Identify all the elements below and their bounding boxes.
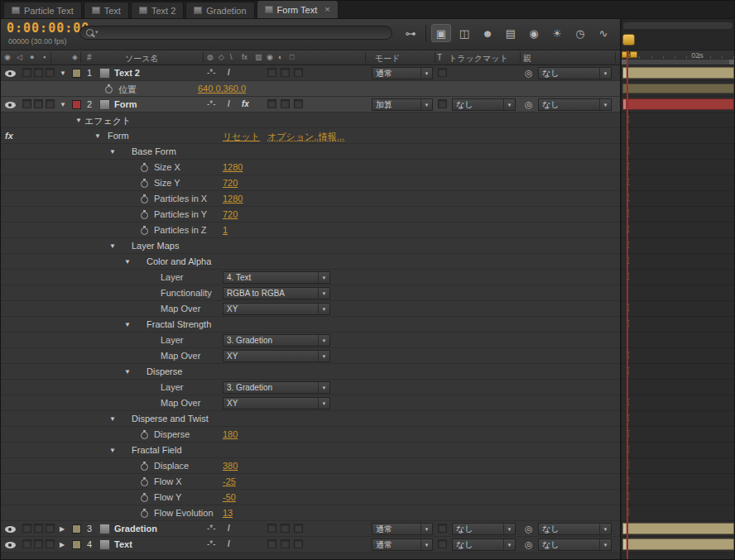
threed-box[interactable] xyxy=(294,539,303,548)
effect-row[interactable]: fx▼Formリセットオプション...情報... xyxy=(1,128,620,144)
audio-toggle-box[interactable] xyxy=(22,99,31,108)
reset-link[interactable]: リセット xyxy=(223,131,260,143)
collapse-switch[interactable]: -*- xyxy=(207,524,216,533)
timeline-row[interactable]: I xyxy=(622,191,734,207)
parent-dropdown[interactable]: なし▼ xyxy=(538,538,612,551)
dropdown-row[interactable]: Layer4. Text▼ xyxy=(1,270,620,285)
timeline-row[interactable]: I xyxy=(622,427,734,443)
layer-duration-bar[interactable] xyxy=(622,523,734,534)
stopwatch-icon[interactable] xyxy=(141,180,148,188)
track-matte-dropdown[interactable]: なし▼ xyxy=(452,523,516,535)
lock-box[interactable] xyxy=(46,539,55,548)
property-dropdown[interactable]: XY▼ xyxy=(223,303,330,315)
property-name[interactable]: Map Over xyxy=(161,304,200,314)
solo-box[interactable] xyxy=(34,524,43,533)
property-name[interactable]: Flow X xyxy=(154,476,182,486)
twirl-arrow-icon[interactable]: ▼ xyxy=(124,368,131,376)
navigator-pan-bar[interactable] xyxy=(623,22,733,29)
mode-column-header[interactable]: モード xyxy=(375,53,400,65)
timeline-row[interactable] xyxy=(622,521,734,537)
group-name[interactable]: Fractal Strength xyxy=(147,319,211,329)
property-name[interactable]: Displace xyxy=(154,461,189,471)
panel-tab-1[interactable]: Text xyxy=(84,2,129,18)
group-name[interactable]: エフェクト xyxy=(84,115,131,127)
blend-mode-dropdown[interactable]: 通常▼ xyxy=(372,523,433,535)
dropdown-row[interactable]: FunctionalityRGBA to RGBA▼ xyxy=(1,285,620,301)
timeline-row[interactable] xyxy=(622,81,734,97)
timeline-row[interactable]: I xyxy=(622,317,734,333)
prop-row[interactable]: Flow Y-50 xyxy=(1,490,620,505)
layer-name[interactable]: Form xyxy=(114,99,137,109)
audio-toggle-box[interactable] xyxy=(22,524,31,533)
property-dropdown[interactable]: 4. Text▼ xyxy=(223,271,330,284)
timeline-row[interactable]: I xyxy=(622,270,734,285)
collapse-switch[interactable]: -*- xyxy=(207,68,216,77)
layer-duration-bar[interactable] xyxy=(622,67,734,79)
visibility-eye-icon[interactable] xyxy=(5,102,16,108)
twirl-arrow-icon[interactable]: ▼ xyxy=(109,242,116,250)
timeline-row[interactable]: I xyxy=(622,490,734,505)
group3-row[interactable]: ▼Fractal Strength xyxy=(1,317,620,333)
property-name[interactable]: Particles in Y xyxy=(154,209,207,219)
visibility-eye-icon[interactable] xyxy=(5,526,16,533)
timeline-row[interactable]: I xyxy=(622,505,734,521)
preserve-transparency-box[interactable] xyxy=(438,524,447,533)
timeline-row[interactable]: I xyxy=(622,301,734,317)
auto-keyframe-icon[interactable]: ◷ xyxy=(570,24,590,42)
threed-box[interactable] xyxy=(294,68,303,77)
lock-box[interactable] xyxy=(46,524,55,533)
threed-box[interactable] xyxy=(294,99,303,108)
property-dropdown[interactable]: XY▼ xyxy=(223,350,330,362)
group-name[interactable]: Disperse and Twist xyxy=(132,414,209,424)
stopwatch-icon[interactable] xyxy=(141,479,148,486)
prop-row[interactable]: Particles in X1280 xyxy=(1,191,620,207)
property-value[interactable]: 380 xyxy=(223,461,238,471)
frame-blend-box[interactable] xyxy=(267,539,276,548)
property-dropdown[interactable]: XY▼ xyxy=(223,397,330,409)
search-field[interactable]: ▾ xyxy=(79,26,392,40)
preserve-transparency-box[interactable] xyxy=(438,68,447,77)
prop-row[interactable]: Size X1280 xyxy=(1,160,620,175)
track-matte-column-header[interactable]: トラックマット xyxy=(449,53,508,65)
draft-3d-icon[interactable]: ◫ xyxy=(454,24,474,42)
quality-switch[interactable]: / xyxy=(228,524,230,533)
stopwatch-icon[interactable] xyxy=(141,212,148,219)
options-link[interactable]: オプション... xyxy=(267,131,321,143)
layer-duration-bar[interactable] xyxy=(622,538,734,550)
label-color-chip[interactable] xyxy=(72,524,81,534)
twirl-arrow-icon[interactable]: ▼ xyxy=(94,132,101,140)
property-name[interactable]: Layer xyxy=(161,382,184,392)
threed-box[interactable] xyxy=(294,524,303,533)
group-name[interactable]: Layer Maps xyxy=(132,241,179,251)
property-name[interactable]: Flow Y xyxy=(154,492,181,502)
dropdown-row[interactable]: Layer3. Gradetion▼ xyxy=(1,333,620,348)
property-name[interactable]: Size Y xyxy=(154,178,180,188)
tab-close-icon[interactable]: × xyxy=(324,5,329,14)
motion-blur-box[interactable] xyxy=(281,539,290,548)
timeline-row[interactable]: I xyxy=(622,128,734,144)
twirl-arrow-icon[interactable]: ▼ xyxy=(109,447,116,454)
layer-row-2[interactable]: ▼2Form-*-/fx加算▼なし▼◎なし▼ xyxy=(1,97,620,112)
property-name[interactable]: Layer xyxy=(161,335,184,345)
dropdown-row[interactable]: Map OverXY▼ xyxy=(1,301,620,317)
preserve-transparency-box[interactable] xyxy=(438,539,447,548)
property-value[interactable]: 13 xyxy=(223,508,233,518)
quality-switch[interactable]: / xyxy=(228,99,230,108)
motion-blur-box[interactable] xyxy=(281,68,290,77)
group-name[interactable]: Color and Alpha xyxy=(147,256,211,266)
prop-row[interactable]: Displace380 xyxy=(1,458,620,474)
panel-tab-3[interactable]: Gradetion xyxy=(185,2,254,18)
timeline-row[interactable]: I xyxy=(622,474,734,490)
timeline-row[interactable] xyxy=(622,537,734,553)
collapse-switch[interactable]: -*- xyxy=(207,539,216,548)
property-value[interactable]: -25 xyxy=(223,476,236,486)
motion-blur-icon[interactable]: ◉ xyxy=(524,24,544,42)
timeline-row[interactable]: I xyxy=(622,458,734,474)
timeline-row[interactable]: I xyxy=(622,395,734,411)
timeline-row[interactable] xyxy=(622,285,734,301)
parent-pickwhip-icon[interactable]: ◎ xyxy=(525,99,533,110)
track-matte-dropdown[interactable]: なし▼ xyxy=(452,538,516,551)
stopwatch-icon[interactable] xyxy=(105,86,113,93)
timeline-row[interactable]: I xyxy=(622,443,734,458)
timeline-row[interactable]: I xyxy=(622,144,734,160)
